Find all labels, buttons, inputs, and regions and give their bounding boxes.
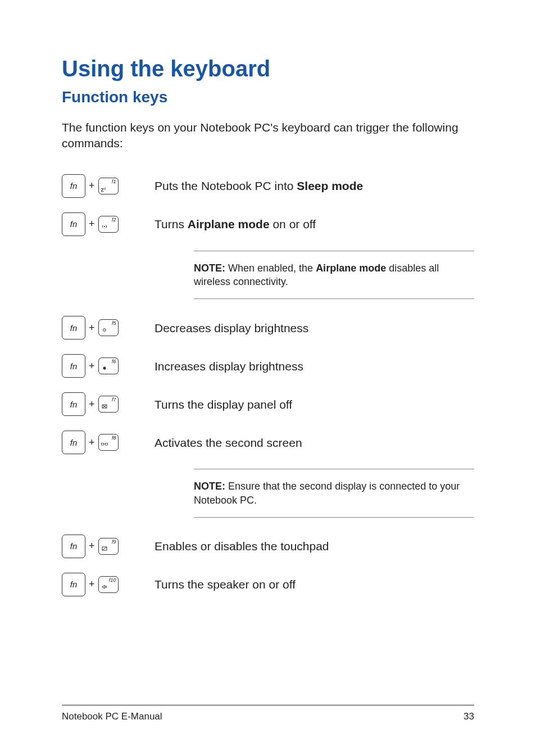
svg-line-10 <box>102 547 107 550</box>
second-screen-note: NOTE: Ensure that the second display is … <box>194 469 474 518</box>
brightness-down-icon <box>101 327 108 334</box>
fn-key-icon: fn <box>62 174 85 198</box>
svg-point-0 <box>104 226 105 227</box>
key-combo: fn + f2 <box>62 212 155 236</box>
plus-icon: + <box>89 578 95 590</box>
wireless-icon <box>101 223 108 231</box>
sleep-icon: zᶻ <box>101 187 107 193</box>
f2-key-icon: f2 <box>98 216 119 233</box>
svg-rect-7 <box>101 443 103 445</box>
fn-row-f7: fn + f7 Turns the display panel off <box>62 392 474 416</box>
key-combo: fn + f8 <box>62 431 155 454</box>
key-combo: fn + f9 <box>62 535 155 558</box>
plus-icon: + <box>89 437 95 449</box>
fn-row-f10: fn + f10 Turns the speaker on or off <box>62 573 474 596</box>
f10-description: Turns the speaker on or off <box>155 577 474 592</box>
fn-row-f9: fn + f9 Enables or disables the touchpad <box>62 535 474 558</box>
page-title: Using the keyboard <box>62 56 474 82</box>
fn-row-f2: fn + f2 Turns Airplane mode on or off <box>62 212 474 236</box>
fn-key-icon: fn <box>62 573 85 596</box>
key-combo: fn + f6 <box>62 354 155 378</box>
intro-text: The function keys on your Notebook PC's … <box>62 120 474 152</box>
fn-key-icon: fn <box>62 316 85 339</box>
f6-description: Increases display brightness <box>155 359 474 374</box>
f7-description: Turns the display panel off <box>155 397 474 412</box>
f9-description: Enables or disables the touchpad <box>155 538 474 554</box>
f7-key-icon: f7 <box>98 396 119 413</box>
f5-key-icon: f5 <box>98 319 119 336</box>
f6-key-icon: f6 <box>98 357 119 374</box>
f1-description: Puts the Notebook PC into Sleep mode <box>155 178 474 193</box>
fn-key-icon: fn <box>62 535 85 558</box>
fn-key-icon: fn <box>62 354 85 378</box>
fn-key-icon: fn <box>62 392 85 416</box>
fn-row-f1: fn + f1 zᶻ Puts the Notebook PC into Sle… <box>62 174 474 198</box>
fn-row-f6: fn + f6 Increases display brightness <box>62 354 474 378</box>
key-combo: fn + f10 <box>62 573 155 596</box>
plus-icon: + <box>89 218 95 230</box>
f8-key-icon: f8 <box>98 434 119 451</box>
speaker-mute-icon <box>101 583 108 591</box>
airplane-note: NOTE: When enabled, the Airplane mode di… <box>194 251 474 300</box>
page-number: 33 <box>464 711 474 722</box>
f5-description: Decreases display brightness <box>155 320 474 336</box>
fn-key-icon: fn <box>62 212 85 236</box>
key-combo: fn + f7 <box>62 392 155 416</box>
f2-description: Turns Airplane mode on or off <box>155 216 474 232</box>
svg-point-3 <box>103 367 105 369</box>
plus-icon: + <box>89 540 95 552</box>
plus-icon: + <box>89 360 95 372</box>
section-subtitle: Function keys <box>62 88 474 106</box>
plus-icon: + <box>89 180 95 192</box>
f9-key-icon: f9 <box>98 538 119 555</box>
brightness-up-icon <box>101 365 108 373</box>
page-footer: Notebook PC E-Manual 33 <box>62 705 474 722</box>
fn-row-f8: fn + f8 Activates the second screen <box>62 431 474 454</box>
plus-icon: + <box>89 399 95 410</box>
fn-key-icon: fn <box>62 431 85 454</box>
key-combo: fn + f1 zᶻ <box>62 174 155 198</box>
svg-rect-8 <box>105 443 107 445</box>
touchpad-icon <box>101 545 108 553</box>
fn-row-f5: fn + f5 Decreases display brightness <box>62 316 474 339</box>
display-off-icon <box>101 403 108 411</box>
f10-key-icon: f10 <box>98 576 119 593</box>
footer-title: Notebook PC E-Manual <box>62 711 162 722</box>
second-screen-icon <box>101 441 108 449</box>
plus-icon: + <box>89 322 95 334</box>
manual-page: Using the keyboard Function keys The fun… <box>0 0 536 756</box>
f1-key-icon: f1 zᶻ <box>98 178 119 194</box>
svg-point-2 <box>104 330 105 331</box>
f8-description: Activates the second screen <box>155 435 474 450</box>
key-combo: fn + f5 <box>62 316 155 339</box>
